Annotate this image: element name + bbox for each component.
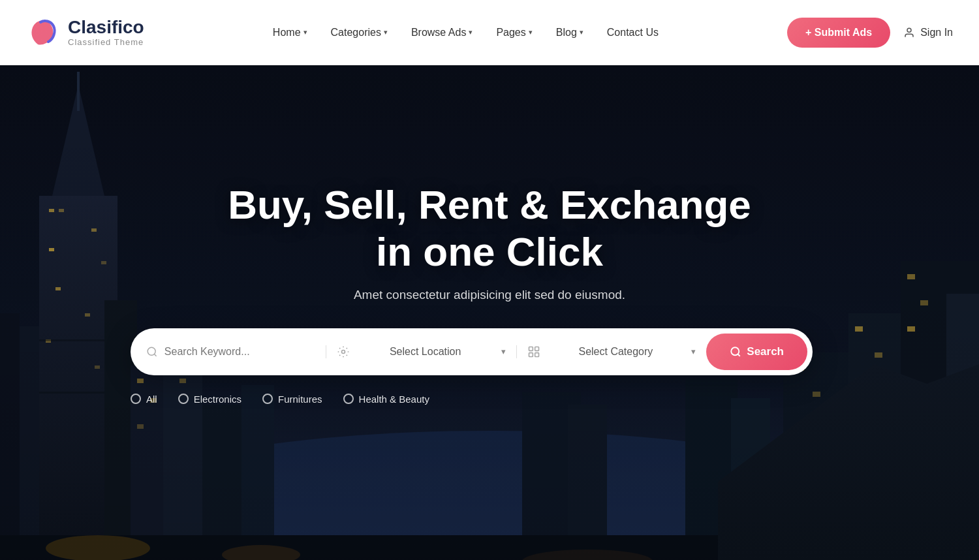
chevron-down-icon: ▾ <box>384 28 388 37</box>
category-pills: All Electronics Furnitures Health & Beau… <box>131 394 848 405</box>
location-select-text: Select Location <box>356 346 495 358</box>
search-icon <box>146 345 158 358</box>
pill-label-health-beauty: Health & Beauty <box>359 394 429 405</box>
logo-title: Clasifico <box>68 18 144 38</box>
search-bar: Select Location ▾ Select Category ▾ <box>131 328 813 375</box>
hero-subtitle: Amet consectetur adipisicing elit sed do… <box>131 288 848 302</box>
nav-item-home[interactable]: Home ▾ <box>273 27 307 39</box>
pill-radio-all <box>131 394 141 404</box>
pill-radio-electronics <box>178 394 189 404</box>
chevron-down-icon: ▾ <box>469 28 473 37</box>
pill-all[interactable]: All <box>131 394 157 405</box>
logo-subtitle: Classified Theme <box>68 37 144 47</box>
search-location-select[interactable]: Select Location ▾ <box>326 345 517 358</box>
nav-item-contact[interactable]: Contact Us <box>607 27 659 39</box>
search-category-select[interactable]: Select Category ▾ <box>517 345 707 358</box>
grid-icon <box>527 345 540 358</box>
svg-point-51 <box>148 347 155 355</box>
location-dropdown-arrow: ▾ <box>501 347 506 356</box>
search-keyword-field[interactable] <box>146 345 326 358</box>
pill-label-all: All <box>146 394 157 405</box>
svg-rect-55 <box>529 352 533 356</box>
navbar: Clasifico Classified Theme Home ▾ Catego… <box>0 0 979 65</box>
pill-health-beauty[interactable]: Health & Beauty <box>343 394 429 405</box>
hero-title: Buy, Sell, Rent & Exchange in one Click <box>131 181 848 275</box>
nav-item-browse-ads[interactable]: Browse Ads ▾ <box>411 27 473 39</box>
nav-links: Home ▾ Categories ▾ Browse Ads ▾ Pages ▾ <box>273 27 659 39</box>
search-keyword-input[interactable] <box>164 346 315 358</box>
sign-in-link[interactable]: Sign In <box>903 27 953 39</box>
nav-item-pages[interactable]: Pages ▾ <box>496 27 532 39</box>
hero-content: Buy, Sell, Rent & Exchange in one Click … <box>104 181 875 405</box>
pill-radio-health-beauty <box>343 394 354 404</box>
chevron-down-icon: ▾ <box>580 28 583 37</box>
pill-furnitures[interactable]: Furnitures <box>262 394 322 405</box>
chevron-down-icon: ▾ <box>529 28 533 37</box>
search-button[interactable]: Search <box>706 334 807 370</box>
pill-radio-furnitures <box>262 394 273 404</box>
category-dropdown-arrow: ▾ <box>691 347 696 356</box>
pill-label-furnitures: Furnitures <box>278 394 322 405</box>
hero-section: Buy, Sell, Rent & Exchange in one Click … <box>0 65 979 560</box>
svg-rect-53 <box>529 347 533 350</box>
nav-item-blog[interactable]: Blog ▾ <box>556 27 583 39</box>
svg-point-57 <box>732 347 739 355</box>
nav-right: + Submit Ads Sign In <box>787 18 953 48</box>
svg-rect-56 <box>535 352 538 356</box>
user-icon <box>903 27 915 39</box>
svg-point-0 <box>907 28 911 32</box>
pill-label-electronics: Electronics <box>194 394 241 405</box>
logo[interactable]: Clasifico Classified Theme <box>26 16 144 50</box>
svg-rect-54 <box>535 347 538 350</box>
nav-item-categories[interactable]: Categories ▾ <box>331 27 388 39</box>
pill-electronics[interactable]: Electronics <box>178 394 241 405</box>
search-button-icon <box>730 346 741 358</box>
submit-ads-button[interactable]: + Submit Ads <box>787 18 890 48</box>
svg-point-52 <box>341 350 345 353</box>
chevron-down-icon: ▾ <box>303 28 307 37</box>
category-select-text: Select Category <box>547 346 685 358</box>
location-icon <box>337 345 350 358</box>
logo-icon <box>26 16 60 50</box>
